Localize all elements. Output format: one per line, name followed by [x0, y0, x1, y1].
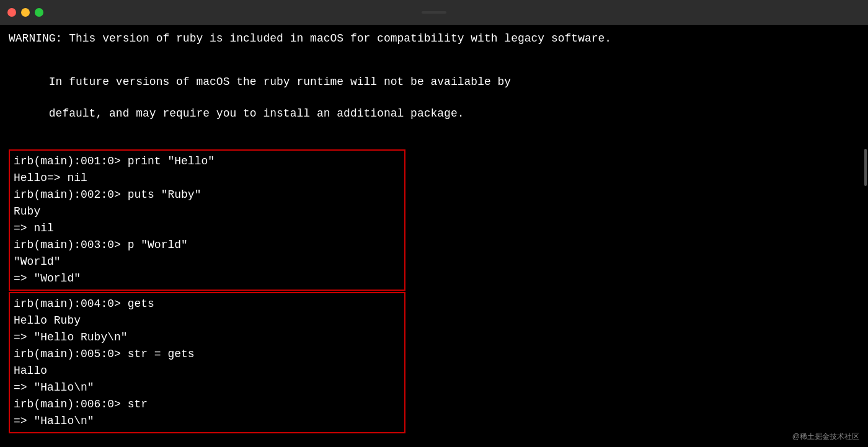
terminal-line: irb(main):002:0> puts "Ruby": [14, 187, 401, 203]
terminal-line: "World": [14, 254, 401, 270]
terminal-line: irb(main):006:0> str: [14, 396, 401, 413]
info-text: In future versions of macOS the ruby run…: [9, 59, 859, 137]
last-prompt-line: irb(main):007:0>: [9, 435, 859, 447]
code-block-1: irb(main):001:0> print "Hello" Hello=> n…: [9, 149, 405, 291]
code-block-2: irb(main):004:0> gets Hello Ruby => "Hel…: [9, 292, 405, 433]
terminal-line: => nil: [14, 220, 401, 237]
traffic-lights: [7, 8, 43, 17]
terminal-window: WARNING: This version of ruby is include…: [0, 0, 868, 447]
warning-text: WARNING: This version of ruby is include…: [9, 31, 859, 46]
window-title: [422, 11, 446, 14]
terminal-line: => "Hallo\n": [14, 379, 401, 396]
terminal-line: Hello=> nil: [14, 170, 401, 187]
title-bar: [0, 0, 868, 25]
scrollbar[interactable]: [864, 149, 867, 186]
maximize-button[interactable]: [35, 8, 43, 17]
terminal-line: irb(main):004:0> gets: [14, 296, 401, 312]
terminal-line: irb(main):001:0> print "Hello": [14, 153, 401, 170]
watermark: @稀土掘金技术社区: [792, 432, 859, 442]
terminal-line: => "World": [14, 270, 401, 287]
terminal-line: irb(main):003:0> p "World": [14, 237, 401, 254]
close-button[interactable]: [7, 8, 16, 17]
minimize-button[interactable]: [21, 8, 30, 17]
terminal-line: => "Hallo\n": [14, 413, 401, 430]
terminal-line: => "Hello Ruby\n": [14, 329, 401, 346]
terminal-line: Hello Ruby: [14, 312, 401, 329]
terminal-line: irb(main):005:0> str = gets: [14, 346, 401, 363]
terminal-line: Ruby: [14, 203, 401, 220]
terminal-content[interactable]: WARNING: This version of ruby is include…: [0, 25, 868, 447]
terminal-line: Hallo: [14, 363, 401, 379]
